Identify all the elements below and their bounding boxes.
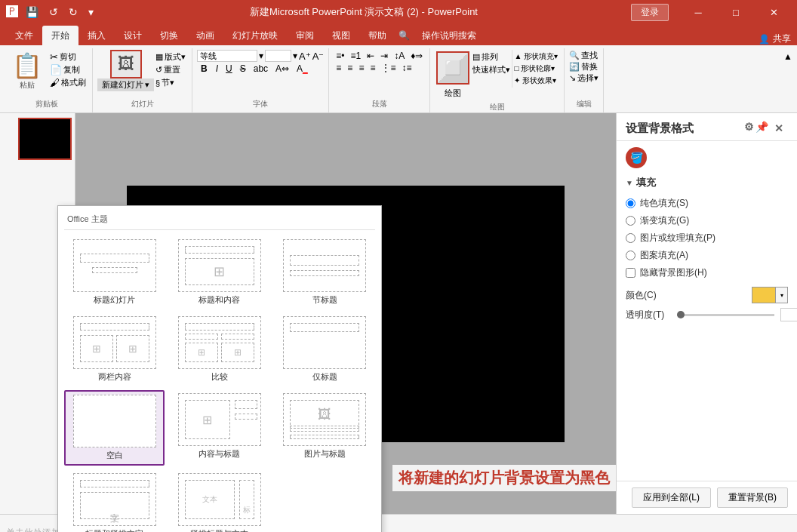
new-slide-dropdown[interactable]: 新建幻灯片 ▾: [97, 78, 154, 91]
section-button[interactable]: §节▾: [155, 77, 186, 88]
text-direction-button[interactable]: ↕A: [392, 50, 407, 62]
picture-fill-option[interactable]: 图片或纹理填充(P): [626, 232, 788, 244]
panel-close-button[interactable]: ✕: [770, 121, 788, 136]
tab-animations[interactable]: 动画: [187, 26, 223, 45]
quick-styles-button[interactable]: 快速样式▾: [472, 64, 510, 75]
close-button[interactable]: ✕: [756, 0, 791, 24]
title-bar-left: 🅿 💾 ↺ ↻ ▾: [6, 5, 97, 20]
layout-comparison[interactable]: ⊞ ⊞ 比较: [169, 313, 269, 386]
reset-button[interactable]: ↺重置: [155, 64, 186, 75]
layout-vertical-title-text[interactable]: 标 文本 竖排标题与文本: [169, 470, 269, 532]
replace-button[interactable]: 🔄替换: [569, 61, 598, 72]
layout-two-content[interactable]: ⊞ ⊞ 两栏内容: [64, 313, 165, 386]
ribbon-collapse-button[interactable]: ▲: [780, 48, 795, 112]
italic-button[interactable]: I: [213, 63, 221, 75]
tab-view[interactable]: 视图: [323, 26, 359, 45]
customize-icon[interactable]: ▾: [85, 5, 97, 20]
layout-title-vertical[interactable]: 文字 标题和竖排文字: [64, 470, 165, 532]
layout-title-slide[interactable]: 标题幻灯片: [64, 236, 165, 309]
align-left-button[interactable]: ≡: [334, 62, 343, 74]
column-button[interactable]: ⋮≡: [379, 62, 398, 74]
pattern-fill-radio[interactable]: [626, 251, 635, 260]
layout-picture-caption[interactable]: 🖼 图片与标题: [275, 390, 375, 466]
align-right-button[interactable]: ≡: [356, 62, 366, 74]
shape-fill-button[interactable]: ▲ 形状填充▾: [514, 51, 558, 62]
cut-button[interactable]: ✂ 剪切: [50, 51, 86, 63]
undo-icon[interactable]: ↺: [46, 5, 61, 20]
font-family-input[interactable]: [197, 50, 257, 62]
gradient-fill-option[interactable]: 渐变填充(G): [626, 214, 788, 227]
tab-review[interactable]: 审阅: [287, 26, 323, 45]
gradient-fill-radio[interactable]: [626, 216, 635, 226]
section-sub: [290, 270, 359, 276]
layout-title-only[interactable]: 仅标题: [275, 313, 375, 386]
pattern-fill-option[interactable]: 图案填充(A): [626, 249, 788, 262]
arrange-button[interactable]: ▤排列: [472, 51, 510, 63]
picture-fill-radio[interactable]: [626, 233, 635, 243]
strikethrough-button[interactable]: S: [237, 63, 249, 75]
color-swatch-button[interactable]: [752, 287, 776, 303]
format-painter-button[interactable]: 🖌 格式刷: [50, 77, 86, 88]
layout-blank[interactable]: 空白: [64, 390, 165, 466]
color-dropdown-button[interactable]: ▾: [776, 287, 788, 303]
save-icon[interactable]: 💾: [23, 5, 42, 20]
list-bullet-button[interactable]: ≡•: [334, 50, 346, 62]
reset-bg-button[interactable]: 重置背景(B): [717, 487, 788, 508]
find-button[interactable]: 🔍查找: [569, 50, 598, 61]
login-button[interactable]: 登录: [631, 4, 669, 21]
transparency-slider[interactable]: [677, 314, 774, 316]
layout-two-content-label: 两栏内容: [98, 371, 131, 383]
tab-file[interactable]: 文件: [6, 26, 42, 45]
layout-section-header[interactable]: 节标题: [275, 236, 375, 309]
shape-button[interactable]: ⬜: [436, 51, 469, 85]
tab-transitions[interactable]: 切换: [151, 26, 187, 45]
paste-button[interactable]: 📋 粘贴: [6, 50, 48, 92]
copy-button[interactable]: 📄 复制: [50, 64, 86, 75]
tab-home[interactable]: 开始: [42, 26, 78, 45]
fill-section-header[interactable]: ▼ 填充: [626, 176, 788, 189]
layout-content-caption[interactable]: ⊞ 内容与标题: [169, 390, 269, 466]
tab-search[interactable]: 操作说明搜索: [413, 26, 485, 45]
redo-icon[interactable]: ↻: [66, 5, 81, 20]
line-spacing-button[interactable]: ↕≡: [399, 62, 414, 74]
tab-slideshow[interactable]: 幻灯片放映: [223, 26, 287, 45]
justify-button[interactable]: ≡: [368, 62, 377, 74]
tab-help[interactable]: 帮助: [359, 26, 395, 45]
font-family-chevron[interactable]: ▾: [259, 51, 263, 61]
font-decrease-button[interactable]: A⁻: [312, 51, 325, 62]
para-row1: ≡• ≡1 ⇤ ⇥ ↕A ♦⇒: [334, 50, 425, 62]
underline-button[interactable]: U: [223, 63, 235, 75]
font-size-chevron[interactable]: ▾: [293, 51, 297, 61]
font-increase-button[interactable]: A⁺: [299, 51, 311, 62]
hide-bg-option[interactable]: 隐藏背景图形(H): [626, 266, 788, 279]
maximize-button[interactable]: □: [719, 0, 753, 24]
apply-all-button[interactable]: 应用到全部(L): [632, 487, 711, 508]
shadow-button[interactable]: abc: [251, 63, 271, 75]
slides-label: 幻灯片: [131, 97, 154, 111]
indent-increase-button[interactable]: ⇥: [378, 50, 390, 62]
panel-settings-icon[interactable]: ⚙: [744, 121, 754, 136]
transparency-input[interactable]: [780, 308, 797, 321]
layout-button[interactable]: ▦版式▾: [155, 51, 186, 63]
layout-title-content[interactable]: ⊞ 标题和内容: [169, 236, 269, 309]
tab-design[interactable]: 设计: [115, 26, 151, 45]
hide-bg-checkbox[interactable]: [626, 268, 635, 278]
convert-smartart-button[interactable]: ♦⇒: [408, 50, 425, 62]
font-size-input[interactable]: [265, 50, 291, 62]
tab-insert[interactable]: 插入: [78, 26, 115, 45]
bold-button[interactable]: B: [197, 62, 211, 75]
solid-fill-option[interactable]: 纯色填充(S): [626, 197, 788, 210]
panel-pin-icon[interactable]: 📌: [755, 121, 768, 136]
fontcolor-button[interactable]: A_: [294, 63, 311, 75]
new-slide-top[interactable]: 🖼: [110, 50, 142, 78]
slide-1-thumb[interactable]: [18, 118, 72, 160]
select-button[interactable]: ↘选择▾: [569, 72, 599, 84]
charspacing-button[interactable]: A⇔: [272, 63, 292, 75]
shape-outline-button[interactable]: □ 形状轮廓▾: [514, 63, 558, 74]
align-center-button[interactable]: ≡: [345, 62, 355, 74]
indent-decrease-button[interactable]: ⇤: [365, 50, 377, 62]
solid-fill-radio[interactable]: [626, 198, 635, 208]
list-number-button[interactable]: ≡1: [349, 50, 364, 62]
shape-effect-button[interactable]: ✦ 形状效果▾: [514, 75, 558, 86]
minimize-button[interactable]: ─: [681, 0, 715, 24]
